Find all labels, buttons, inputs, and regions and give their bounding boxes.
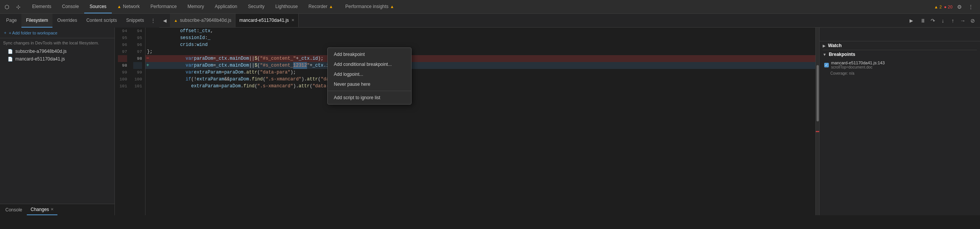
context-menu: Add breakpoint Add conditional breakpoin… — [327, 47, 412, 105]
inspect-icon[interactable]: ⊹ — [13, 2, 24, 12]
tab-sources[interactable]: Sources — [84, 0, 112, 13]
tab-lighthouse[interactable]: Lighthouse — [270, 0, 303, 13]
watch-section: ▶ Watch — [820, 41, 980, 50]
code-line: if (!extraParam && paraDom.find(".s-xman… — [145, 76, 815, 83]
top-nav: Elements Console Sources ▲ Network Perfo… — [27, 0, 401, 13]
file-tab-mancard[interactable]: mancard-e51170da41.js ✕ — [235, 14, 298, 27]
file-icon: 📄 — [8, 57, 13, 62]
code-line: sessionId: _ — [145, 34, 815, 41]
bottom-tab-changes[interactable]: Changes ✕ — [27, 204, 57, 215]
checkmark-icon: ✓ — [825, 63, 828, 67]
tab-perf-insights[interactable]: Performance insights ▲ — [340, 0, 401, 13]
sub-toolbar: Page Filesystem Overrides Content script… — [0, 14, 159, 28]
code-line: }; — [145, 48, 815, 55]
file-tab-subscribe[interactable]: ▲ subscribe-a79648b40d.js — [170, 14, 235, 27]
bp-arrow-icon: ▼ — [823, 52, 826, 57]
sync-info: Sync changes in DevTools with the local … — [0, 38, 114, 46]
line-numbers-old: 94 95 96 97 98 99 100 101 — [115, 28, 130, 215]
tab-recorder[interactable]: Recorder ▲ — [303, 0, 340, 13]
code-line: var extraParam = paraDom.attr("data-para… — [145, 69, 815, 76]
bp-file-label: mancard-e51170da41.js:143 — [831, 61, 975, 65]
step-into-icon[interactable]: ↓ — [939, 16, 947, 25]
ctx-add-conditional[interactable]: Add conditional breakpoint... — [328, 59, 411, 69]
scrollbar[interactable] — [815, 28, 819, 215]
line-numbers-new: 94 95 96 97 98 99 100 101 — [130, 28, 145, 215]
code-area: Add breakpoint Add conditional breakpoin… — [115, 28, 819, 215]
more-subtabs-icon[interactable]: ⋮ — [149, 16, 158, 25]
right-panel: ▶ Watch ▼ Breakpoints ✓ mancard-e51170da… — [819, 28, 980, 215]
breakpoints-header[interactable]: ▼ Breakpoints — [823, 52, 977, 57]
warn-badge: ▲ 2 — [934, 5, 942, 9]
debugger-pause-icon[interactable]: ⏸ — [919, 16, 927, 25]
sidebar: ＋ + Add folder to workspace Sync changes… — [0, 28, 115, 215]
ctx-separator — [328, 91, 411, 91]
warn-tab-icon: ▲ — [174, 18, 178, 23]
sub-tab-snippets[interactable]: Snippets — [121, 14, 149, 28]
code-line-deleted: − var paraDom = _ctx.mainDom || $("#s_co… — [145, 55, 815, 62]
warn-icon-recorder: ▲ — [329, 4, 333, 9]
tab-performance[interactable]: Performance — [145, 0, 182, 13]
dock-icon[interactable]: ⬡ — [2, 2, 12, 12]
code-line-added: + var paraDom = _ctx.mainDom || $("#s_co… — [145, 62, 815, 69]
settings-icon[interactable]: ⚙ — [955, 2, 964, 11]
tab-memory[interactable]: Memory — [182, 0, 209, 13]
watch-arrow-icon: ▶ — [823, 44, 826, 48]
code-lines: offset: _ctx, sessionId: _ crids: wind }… — [145, 28, 815, 215]
tab-application[interactable]: Application — [209, 0, 243, 13]
warn-icon-perf: ▲ — [390, 4, 394, 9]
watch-header[interactable]: ▶ Watch — [823, 43, 977, 48]
plus-icon: ＋ — [3, 30, 7, 36]
warn-icon: ▲ — [117, 4, 121, 9]
more-icon[interactable]: ⋮ — [966, 2, 975, 11]
scrollbar-thumb[interactable] — [817, 65, 819, 121]
bottom-tab-console[interactable]: Console — [2, 204, 26, 215]
breakpoints-section: ▼ Breakpoints ✓ mancard-e51170da41.js:14… — [820, 50, 980, 78]
err-badge: ● 20 — [944, 5, 952, 9]
step-over-icon[interactable]: ↷ — [929, 16, 937, 25]
toolbar-icons: ⬡ ⊹ — [2, 2, 24, 12]
file-tab-arrow-left[interactable]: ◀ — [160, 16, 169, 25]
step-icon[interactable]: → — [959, 16, 967, 25]
add-folder-button[interactable]: ＋ + Add folder to workspace — [0, 28, 114, 38]
breakpoint-item: ✓ mancard-e51170da41.js:143 scrollTop=do… — [823, 59, 977, 70]
list-item[interactable]: 📄 mancard-e51170da41.js — [0, 55, 114, 63]
ctx-never-pause[interactable]: Never pause here — [328, 79, 411, 89]
tab-security[interactable]: Security — [243, 0, 270, 13]
file-tab-arrow-right[interactable]: ▶ — [906, 16, 916, 25]
right-panel-toolbar — [820, 28, 980, 41]
sub-tab-page[interactable]: Page — [2, 14, 21, 28]
tab-elements[interactable]: Elements — [27, 0, 57, 13]
sub-tab-overrides[interactable]: Overrides — [52, 14, 82, 28]
code-line: offset: _ctx, — [145, 28, 815, 34]
bp-code-label: scrollTop=document.doc — [831, 65, 975, 69]
ctx-add-breakpoint[interactable]: Add breakpoint — [328, 49, 411, 59]
step-out-icon[interactable]: ↑ — [949, 16, 957, 25]
code-line: extraParam = paraDom.find(".s-xmancard")… — [145, 83, 815, 90]
main-layout: ＋ + Add folder to workspace Sync changes… — [0, 28, 980, 215]
bp-checkbox[interactable]: ✓ — [824, 63, 829, 67]
file-icon: 📄 — [8, 49, 13, 54]
toolbar-right: ▲ 2 ● 20 ⚙ ⋮ — [934, 2, 978, 11]
tab-network[interactable]: ▲ Network — [112, 0, 145, 13]
close-changes-icon[interactable]: ✕ — [51, 207, 54, 211]
file-tabs: ▲ subscribe-a79648b40d.js mancard-e51170… — [170, 14, 906, 27]
change-indicator — [816, 131, 819, 132]
tab-console[interactable]: Console — [57, 0, 84, 13]
coverage-label: Coverage: n/a — [823, 70, 977, 76]
sub-tab-content-scripts[interactable]: Content scripts — [82, 14, 121, 28]
code-line: crids: wind — [145, 41, 815, 48]
file-list: 📄 subscribe-a79648b40d.js 📄 mancard-e511… — [0, 46, 114, 64]
ctx-add-logpoint[interactable]: Add logpoint... — [328, 69, 411, 79]
close-tab-icon[interactable]: ✕ — [291, 18, 294, 22]
list-item[interactable]: 📄 subscribe-a79648b40d.js — [0, 47, 114, 55]
ctx-ignore-list[interactable]: Add script to ignore list — [328, 93, 411, 103]
top-toolbar: ⬡ ⊹ Elements Console Sources ▲ Network P… — [0, 0, 980, 14]
code-editor: 94 95 96 97 98 99 100 101 94 95 96 97 98… — [115, 28, 819, 215]
bottom-tabs: Console Changes ✕ — [0, 204, 114, 215]
sub-tab-filesystem[interactable]: Filesystem — [21, 14, 52, 28]
deactivate-bp-icon[interactable]: ⊘ — [969, 16, 977, 25]
